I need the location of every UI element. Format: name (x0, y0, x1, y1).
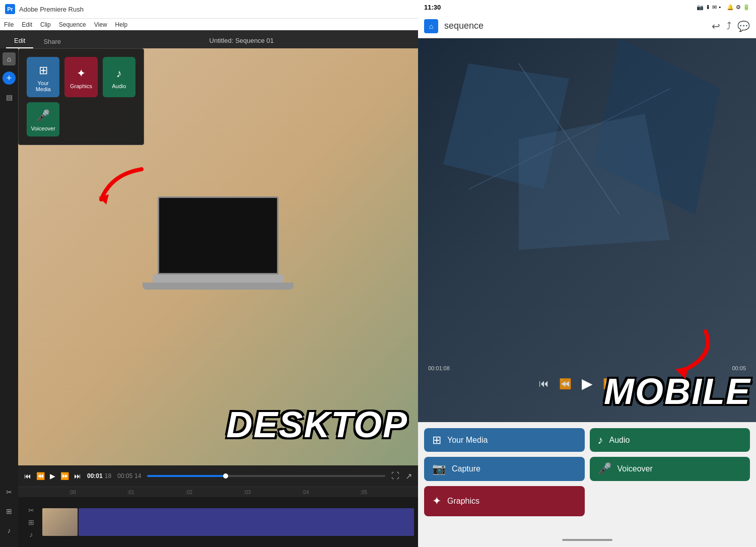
timeline-ruler: :00 :01 :02 :03 :04 :05 (18, 487, 418, 497)
video-clip[interactable] (79, 508, 414, 536)
menu-file[interactable]: File (4, 21, 14, 28)
popup-graphics-button[interactable]: ✦ Graphics (64, 57, 97, 97)
ruler-mark-1: :01 (102, 490, 160, 495)
sidebar-add-icon[interactable]: + (3, 72, 16, 85)
your-media-label: Your Media (31, 80, 55, 92)
mobile-play-icon[interactable]: ▶ (582, 375, 593, 392)
tab-share[interactable]: Share (35, 35, 69, 48)
laptop-base (153, 275, 284, 283)
laptop-bottom (143, 283, 294, 290)
dot-status: • (719, 4, 721, 10)
sidebar-layers-icon[interactable]: ⊞ (3, 505, 16, 518)
mobile-your-media-button[interactable]: ⊞ Your Media (424, 428, 585, 452)
mobile-voiceover-icon: 🎤 (598, 462, 611, 475)
alarm-status-icon: 🔔 (727, 4, 734, 11)
time-display: 00:01 18 00:05 14 (87, 472, 141, 480)
mobile-panel: 11:30 📷 ⬇ ✉ • 🔔 ⚙ 🔋 ⌂ sequence ↩ ⤴ 💬 (418, 0, 756, 547)
your-media-icon: ⊞ (39, 64, 48, 77)
menu-view[interactable]: View (94, 21, 107, 28)
music-tool-icon[interactable]: ♪ (30, 530, 33, 538)
layers-tool-icon[interactable]: ⊞ (28, 518, 34, 526)
export-icon[interactable]: ↗ (405, 471, 412, 481)
status-icons: 📷 ⬇ ✉ • 🔔 ⚙ 🔋 (697, 4, 750, 11)
timeline: :00 :01 :02 :03 :04 :05 ✂ ⊞ ♪ (18, 487, 418, 547)
mobile-voiceover-button[interactable]: 🎤 Voiceover (590, 457, 750, 481)
mobile-undo-icon[interactable]: ↩ (712, 20, 720, 32)
battery-status-icon: 🔋 (743, 4, 750, 11)
app-name: Adobe Premiere Rush (19, 6, 84, 13)
mobile-voiceover-label: Voiceover (617, 464, 653, 473)
settings-status-icon: ⚙ (736, 4, 741, 11)
step-back-icon[interactable]: ⏪ (36, 472, 45, 480)
popup-your-media-button[interactable]: ⊞ Your Media (27, 57, 59, 97)
main-content: ⊞ Your Media ✦ Graphics ♪ Audio 🎤 Voiceo… (18, 48, 418, 547)
ruler-mark-3: :03 (218, 490, 277, 495)
mobile-video-content: 00:01:08 00:05 ⏮ ⏪ ▶ ⏩ ⏭ MOBILE (418, 38, 756, 422)
transport-controls: ⏮ ⏪ ▶ ⏩ ⏭ (24, 472, 81, 480)
ruler-mark-5: :05 (334, 490, 393, 495)
play-icon[interactable]: ▶ (50, 472, 55, 480)
mobile-video-preview: 00:01:08 00:05 ⏮ ⏪ ▶ ⏩ ⏭ MOBILE (418, 38, 756, 422)
tab-edit[interactable]: Edit (6, 34, 33, 48)
mobile-label: MOBILE (604, 371, 751, 412)
current-frames: 18 (105, 472, 111, 480)
mobile-graphics-button[interactable]: ✦ Graphics (424, 486, 585, 516)
progress-bar[interactable] (147, 475, 385, 477)
thumbnail-clip[interactable] (42, 508, 78, 536)
popup-panel: ⊞ Your Media ✦ Graphics ♪ Audio 🎤 Voiceo… (18, 48, 144, 145)
laptop-illustration (130, 196, 306, 317)
skip-forward-icon[interactable]: ⏭ (74, 472, 81, 480)
mobile-graphics-icon: ✦ (432, 495, 441, 508)
sequence-title: Untitled: Sequence 01 (71, 37, 412, 48)
mobile-skip-back-icon[interactable]: ⏮ (539, 378, 549, 389)
popup-audio-button[interactable]: ♪ Audio (103, 57, 135, 97)
mobile-chat-icon[interactable]: 💬 (737, 20, 750, 32)
mobile-sequence-title: sequence (444, 21, 706, 31)
cut-tool-icon[interactable]: ✂ (28, 506, 34, 514)
laptop-screen (158, 196, 279, 275)
tab-bar: Edit Share Untitled: Sequence 01 (0, 30, 418, 48)
mobile-share-icon[interactable]: ⤴ (726, 20, 731, 32)
progress-handle[interactable] (223, 473, 228, 478)
status-bar: 11:30 📷 ⬇ ✉ • 🔔 ⚙ 🔋 (418, 0, 756, 14)
mobile-capture-icon: 📷 (432, 462, 446, 475)
menu-bar: File Edit Clip Sequence View Help (0, 18, 418, 30)
skip-back-icon[interactable]: ⏮ (24, 472, 31, 480)
mobile-home-indicator (562, 539, 612, 541)
graphics-icon: ✦ (77, 67, 86, 80)
menu-sequence[interactable]: Sequence (59, 21, 86, 28)
current-time: 00:01 (87, 472, 103, 480)
popup-voiceover-button[interactable]: 🎤 Voiceover (27, 102, 59, 136)
mobile-audio-button[interactable]: ♪ Audio (590, 428, 750, 452)
step-forward-icon[interactable]: ⏩ (60, 472, 69, 480)
total-frames: 14 (134, 472, 141, 480)
sidebar-music-icon[interactable]: ♪ (3, 524, 16, 537)
mobile-capture-label: Capture (452, 464, 480, 473)
mobile-header: ⌂ sequence ↩ ⤴ 💬 (418, 14, 756, 38)
mobile-step-back-icon[interactable]: ⏪ (559, 378, 572, 390)
ruler-mark-0: :00 (43, 490, 102, 495)
mobile-capture-button[interactable]: 📷 Capture (424, 457, 585, 481)
timeline-tools: ✂ ⊞ ♪ (22, 506, 40, 538)
mobile-current-time: 00:01:08 (428, 365, 450, 371)
desktop-panel: Pr Adobe Premiere Rush File Edit Clip Se… (0, 0, 418, 547)
track-row (42, 507, 414, 537)
sidebar-scissors-icon[interactable]: ✂ (3, 486, 16, 499)
audio-icon: ♪ (116, 67, 122, 80)
background-shapes (418, 38, 756, 422)
camera-status-icon: 📷 (697, 4, 704, 11)
sidebar-panel-icon[interactable]: ▤ (3, 91, 16, 104)
status-time: 11:30 (424, 4, 441, 11)
menu-edit[interactable]: Edit (22, 21, 32, 28)
title-bar: Pr Adobe Premiere Rush (0, 0, 418, 18)
app-logo: Pr (5, 4, 15, 14)
mobile-home-icon[interactable]: ⌂ (424, 19, 438, 33)
timeline-content: ✂ ⊞ ♪ (18, 497, 418, 547)
menu-help[interactable]: Help (115, 21, 128, 28)
menu-clip[interactable]: Clip (40, 21, 51, 28)
download-status-icon: ⬇ (706, 4, 710, 11)
graphics-label: Graphics (70, 83, 92, 89)
fit-screen-icon[interactable]: ⛶ (391, 471, 399, 481)
thumb-inner (42, 508, 78, 536)
sidebar-home-icon[interactable]: ⌂ (3, 52, 16, 65)
